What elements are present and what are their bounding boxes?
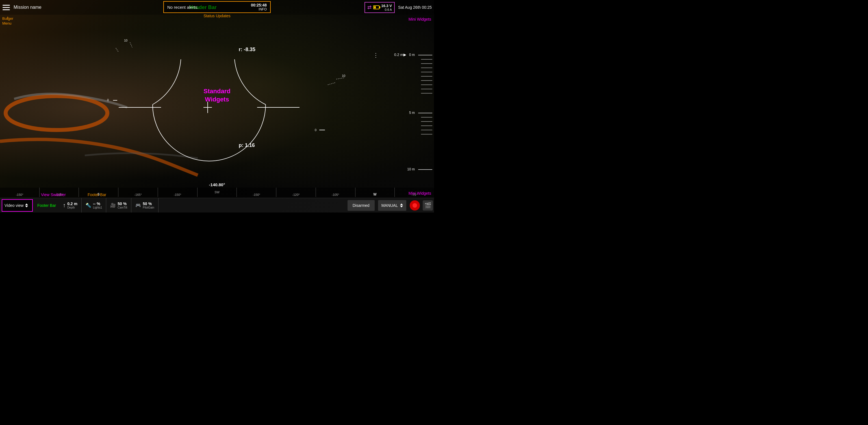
pilotgain-values: 50 % PilotGain [143, 202, 154, 209]
depth-label: Depth [67, 206, 78, 209]
lights-row: 🔦 -- % Lights1 [86, 202, 102, 209]
battery-values: 16.3 V 0.6 A [381, 4, 392, 11]
heading-mark: -165° [39, 188, 79, 197]
flight-mode-selector[interactable]: MANUAL [378, 200, 406, 211]
battery-current: 0.6 A [385, 8, 392, 11]
mode-up-arrow [400, 204, 403, 205]
footer-bar-label: Footer Bar [37, 203, 56, 208]
mini-widgets-bottom-label: Mini Widgets [409, 191, 431, 195]
camtilt-label: CamTilt [118, 206, 127, 209]
camtilt-values: 50 % CamTilt [118, 202, 127, 209]
camtilt-icon: 🎥 [110, 203, 116, 208]
record-dot [412, 203, 417, 208]
burger-menu-button[interactable] [0, 0, 12, 15]
battery-widget[interactable]: ⇄ 16.3 V 0.6 A [365, 2, 395, 13]
arm-status-button[interactable]: Disarmed [347, 200, 375, 211]
battery-fill [374, 6, 375, 8]
pilotgain-value: 50 % [143, 202, 154, 206]
heading-mark-sw: SW [197, 188, 237, 197]
view-switcher-arrows [25, 204, 28, 207]
arm-status-text: Disarmed [352, 203, 370, 208]
camtilt-row: 🎥 50 % CamTilt [110, 202, 127, 209]
mode-down-arrow [400, 206, 403, 207]
status-time: 00:25:48 INFO [251, 3, 267, 11]
heading-mark: -150° [158, 188, 197, 197]
battery-body [373, 5, 379, 9]
transfer-icon: ⇄ [367, 4, 372, 10]
pilotgain-icon: 🎮 [135, 203, 141, 208]
heading-value-display: -140.80° [209, 182, 225, 187]
camera-button[interactable]: 🎬 [423, 200, 433, 211]
lights-icon: 🔦 [86, 203, 91, 208]
lights-value: -- % [93, 202, 102, 206]
header-right-widgets: ⇄ 16.3 V 0.6 A Sat Aug 26th 00:25 [365, 2, 432, 13]
mini-widgets-top-label: Mini Widgets [409, 17, 431, 22]
status-time-value: 00:25:48 [251, 3, 267, 7]
burger-line-2 [3, 7, 10, 8]
depth-value: 0.2 m [67, 202, 78, 206]
status-text: No recent alerts. [167, 5, 198, 10]
battery-icon [373, 5, 379, 9]
view-down-arrow [25, 206, 28, 207]
heading-mark: -165° [118, 188, 158, 197]
status-updates-label: Status Updates [204, 13, 230, 18]
camera-icon: 🎬 [424, 202, 431, 209]
lights-values: -- % Lights1 [93, 202, 102, 209]
heading-mark: -120° [276, 188, 316, 197]
video-background [0, 0, 434, 212]
lights-widget: 🔦 -- % Lights1 [82, 198, 106, 212]
heading-mark: -150° [0, 188, 39, 197]
status-updates-area: No recent alerts. 00:25:48 INFO Status U… [163, 1, 271, 18]
footer-bar: Video view Footer Bar ↑ 0.2 m Depth 🔦 --… [0, 198, 434, 212]
status-info: INFO [258, 7, 267, 11]
heading-mark-w: W [355, 188, 395, 197]
roll-indicator: r: -8.35 [239, 47, 255, 53]
pilotgain-widget: 🎮 50 % PilotGain [131, 198, 158, 212]
camtilt-value: 50 % [118, 202, 127, 206]
view-switcher[interactable]: Video view [2, 199, 33, 212]
burger-line-3 [3, 9, 10, 10]
heading-mark: -150° [237, 188, 276, 197]
depth-row: ↑ 0.2 m Depth [63, 202, 78, 209]
flight-mode-text: MANUAL [381, 203, 398, 208]
record-button[interactable] [410, 200, 420, 211]
heading-mark: -105° [316, 188, 355, 197]
view-up-arrow [25, 204, 28, 205]
datetime-display: Sat Aug 26th 00:25 [398, 5, 432, 10]
depth-values: 0.2 m Depth [67, 202, 78, 209]
pitch-indicator: p: 1.16 [239, 143, 255, 148]
heading-marks-row: -150° -165° S -165° -150° SW -150° -120°… [0, 188, 434, 198]
camtilt-widget: 🎥 50 % CamTilt [106, 198, 131, 212]
status-box: No recent alerts. 00:25:48 INFO [163, 1, 271, 13]
heading-tape: -150° -165° S -165° -150° SW -150° -120°… [0, 188, 434, 198]
heading-mark-s: S [79, 188, 118, 197]
depth-widget: ↑ 0.2 m Depth [59, 198, 82, 212]
burger-line-1 [3, 5, 10, 6]
flight-mode-arrows [400, 204, 403, 207]
lights-label: Lights1 [93, 206, 102, 209]
depth-icon: ↑ [63, 202, 66, 209]
mission-name: Mission name [13, 5, 41, 10]
pilotgain-label: PilotGain [143, 206, 154, 209]
pilotgain-row: 🎮 50 % PilotGain [135, 202, 154, 209]
view-switcher-text: Video view [4, 203, 24, 208]
battery-voltage: 16.3 V [381, 4, 392, 8]
